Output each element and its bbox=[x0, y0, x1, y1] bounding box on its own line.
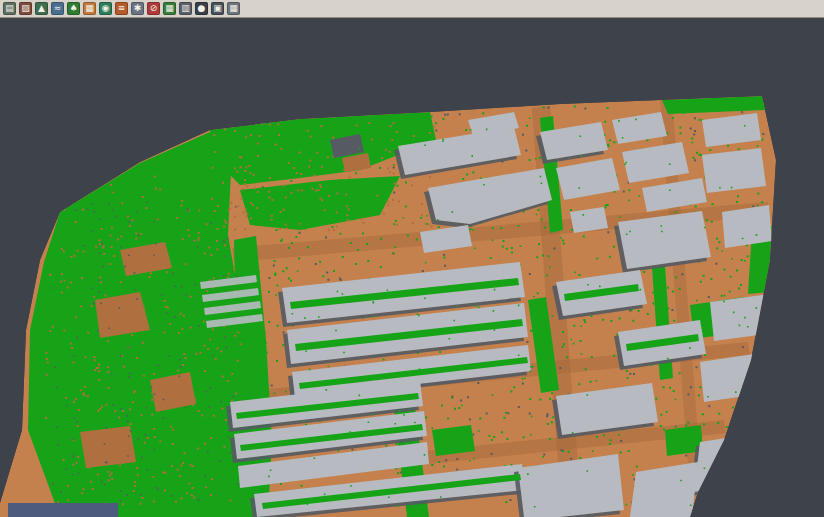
image-icon[interactable]: ▨ bbox=[19, 2, 32, 15]
table-icon[interactable]: ▦ bbox=[227, 2, 240, 15]
water-icon[interactable]: ≈ bbox=[51, 2, 64, 15]
settings-icon[interactable]: ✱ bbox=[131, 2, 144, 15]
toolbar: ▤▨▲≈♠▦◉≡✱⊘▦▥●▣▦ bbox=[0, 0, 824, 18]
terrain-icon[interactable]: ▦ bbox=[83, 2, 96, 15]
tree-icon[interactable]: ♠ bbox=[67, 2, 80, 15]
remove-icon[interactable]: ⊘ bbox=[147, 2, 160, 15]
camera-icon[interactable]: ▣ bbox=[211, 2, 224, 15]
mountain-icon[interactable]: ▲ bbox=[35, 2, 48, 15]
grid-icon[interactable]: ▦ bbox=[163, 2, 176, 15]
3d-viewport[interactable] bbox=[0, 18, 824, 517]
scene-svg bbox=[0, 18, 824, 517]
globe-dark-icon[interactable]: ● bbox=[195, 2, 208, 15]
contour-icon[interactable]: ≡ bbox=[115, 2, 128, 15]
globe-icon[interactable]: ◉ bbox=[99, 2, 112, 15]
layers-icon[interactable]: ▤ bbox=[3, 2, 16, 15]
chart-icon[interactable]: ▥ bbox=[179, 2, 192, 15]
application-window: ▤▨▲≈♠▦◉≡✱⊘▦▥●▣▦ bbox=[0, 0, 824, 517]
